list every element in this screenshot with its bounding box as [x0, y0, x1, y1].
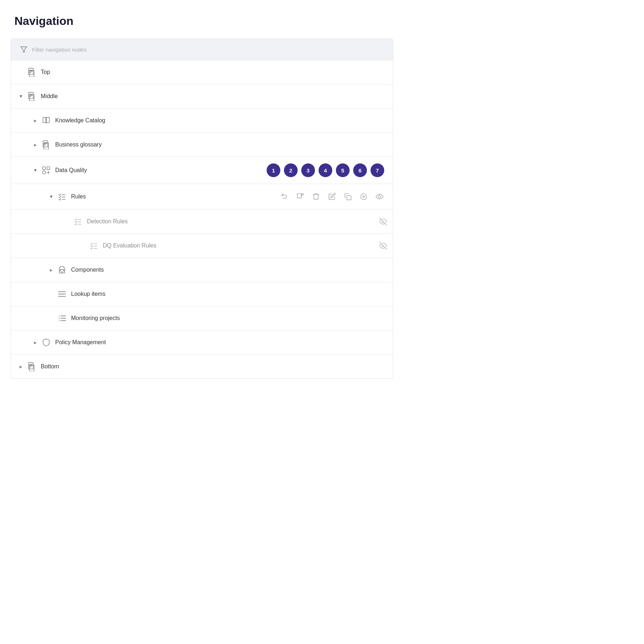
components-icon [57, 264, 67, 275]
numbered-list-icon-monitoring [57, 313, 67, 324]
nav-row-business-glossary[interactable]: ▶ Business glossary [11, 133, 393, 157]
filter-bar[interactable]: Filter navigation nodes [11, 39, 393, 60]
nav-row-detection-rules[interactable]: Detection Rules [11, 210, 393, 233]
checklist-icon-dq [88, 240, 99, 251]
nav-row-data-quality[interactable]: ▼ Data Quality 1 2 3 4 5 6 7 [11, 157, 393, 184]
book-icon-knowledge-catalog [41, 115, 52, 126]
nav-item-policy-management: ▶ Policy Management [11, 330, 393, 355]
nav-row-components[interactable]: ▶ Components [11, 258, 393, 282]
nav-row-top[interactable]: Top [11, 60, 393, 84]
page-icon-middle [26, 91, 37, 102]
nav-row-middle[interactable]: ▼ Middle [11, 84, 393, 108]
chevron-policy-management: ▶ [31, 338, 39, 346]
page-icon-top [26, 67, 37, 78]
nav-label-bottom: Bottom [41, 363, 387, 370]
filter-placeholder: Filter navigation nodes [32, 47, 87, 53]
undo-action[interactable] [278, 190, 290, 203]
nav-row-dq-evaluation-rules[interactable]: DQ Evaluation Rules [11, 234, 393, 258]
nav-label-knowledge-catalog: Knowledge Catalog [55, 117, 387, 124]
nav-label-lookup-items: Lookup items [71, 291, 387, 297]
nav-label-top: Top [41, 69, 387, 75]
nav-row-knowledge-catalog[interactable]: ▶ Knowledge Catalog [11, 109, 393, 132]
nav-label-monitoring-projects: Monitoring projects [71, 315, 387, 321]
badge-row-data-quality: 1 2 3 4 5 6 7 [267, 163, 384, 177]
nav-item-rules: ▼ Rules [11, 184, 393, 210]
nav-item-knowledge-catalog: ▶ Knowledge Catalog [11, 109, 393, 133]
nav-label-policy-management: Policy Management [55, 339, 387, 346]
badge-5: 5 [336, 163, 350, 177]
chevron-knowledge-catalog: ▶ [31, 117, 39, 124]
eye-action[interactable] [373, 190, 386, 203]
list-icon-lookup [57, 289, 67, 299]
badge-3: 3 [301, 163, 315, 177]
navigation-tree: Top ▼ Middle ▶ [11, 60, 393, 378]
edit-action[interactable] [326, 190, 338, 203]
add-action[interactable] [358, 190, 370, 203]
nav-item-detection-rules: Detection Rules [11, 210, 393, 234]
chevron-business-glossary: ▶ [31, 141, 39, 149]
page: Navigation Filter navigation nodes Top [0, 0, 644, 644]
shield-icon-policy [41, 337, 52, 348]
nav-label-data-quality: Data Quality [55, 167, 267, 174]
nav-item-monitoring-projects: Monitoring projects [11, 306, 393, 330]
copy-action[interactable] [342, 190, 354, 203]
badge-7: 7 [371, 163, 384, 177]
nav-item-components: ▶ Components [11, 258, 393, 282]
page-title: Navigation [11, 7, 633, 39]
badge-2: 2 [284, 163, 298, 177]
chevron-bottom: ▶ [17, 363, 25, 371]
eye-off-detection[interactable] [379, 218, 387, 225]
badge-4: 4 [319, 163, 332, 177]
navigation-panel: Filter navigation nodes Top ▼ [11, 39, 393, 379]
nav-row-policy-management[interactable]: ▶ Policy Management [11, 330, 393, 354]
trash-action[interactable] [310, 190, 322, 203]
badge-1: 1 [267, 163, 280, 177]
checklist-icon-detection [73, 216, 83, 227]
chevron-data-quality: ▼ [31, 166, 39, 174]
chevron-rules: ▼ [47, 193, 55, 201]
filter-icon [20, 45, 28, 53]
nav-row-monitoring-projects[interactable]: Monitoring projects [11, 306, 393, 330]
nav-item-bottom: ▶ Bottom [11, 355, 393, 378]
chevron-components: ▶ [47, 266, 55, 274]
data-quality-icon [41, 165, 52, 176]
nav-label-components: Components [71, 267, 387, 273]
nav-item-dq-evaluation-rules: DQ Evaluation Rules [11, 234, 393, 258]
nav-label-rules: Rules [71, 193, 278, 200]
page-icon-business-glossary [41, 139, 52, 150]
checklist-icon-rules [57, 191, 67, 202]
nav-item-data-quality: ▼ Data Quality 1 2 3 4 5 6 7 [11, 157, 393, 184]
eye-off-dq[interactable] [379, 242, 387, 250]
page-icon-bottom [26, 361, 37, 372]
nav-item-middle: ▼ Middle [11, 84, 393, 109]
nav-row-bottom[interactable]: ▶ Bottom [11, 355, 393, 378]
nav-label-detection-rules: Detection Rules [87, 218, 379, 225]
export-action[interactable] [294, 190, 306, 203]
chevron-middle: ▼ [17, 92, 25, 100]
nav-label-middle: Middle [41, 93, 387, 100]
nav-row-lookup-items[interactable]: Lookup items [11, 282, 393, 306]
nav-label-dq-evaluation-rules: DQ Evaluation Rules [103, 242, 379, 249]
action-row-rules [278, 190, 386, 203]
nav-row-rules[interactable]: ▼ Rules [11, 184, 393, 209]
nav-item-top: Top [11, 60, 393, 84]
nav-label-business-glossary: Business glossary [55, 141, 387, 148]
nav-item-business-glossary: ▶ Business glossary [11, 133, 393, 157]
badge-6: 6 [353, 163, 367, 177]
nav-item-lookup-items: Lookup items [11, 282, 393, 306]
